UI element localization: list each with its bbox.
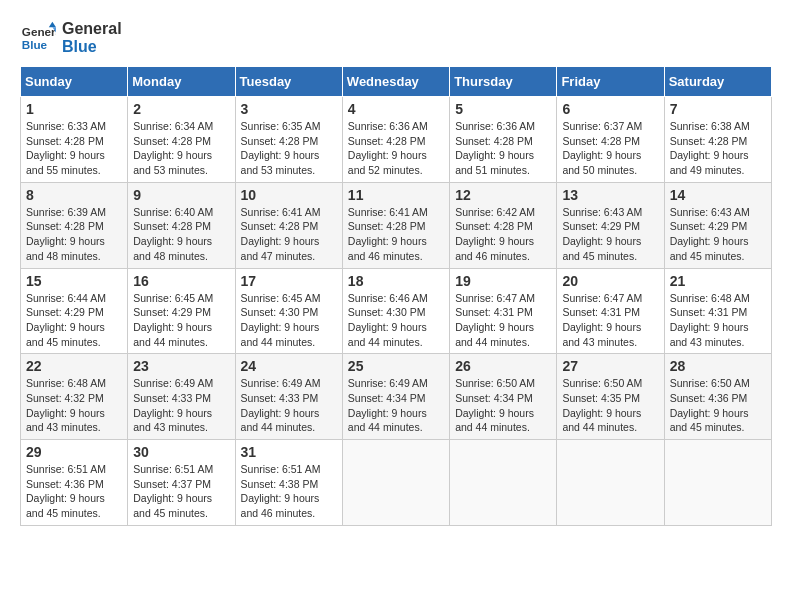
day-number: 3 bbox=[241, 101, 337, 117]
calendar-cell: 10 Sunrise: 6:41 AM Sunset: 4:28 PM Dayl… bbox=[235, 182, 342, 268]
day-info: Sunrise: 6:39 AM Sunset: 4:28 PM Dayligh… bbox=[26, 205, 122, 264]
day-number: 19 bbox=[455, 273, 551, 289]
day-info: Sunrise: 6:44 AM Sunset: 4:29 PM Dayligh… bbox=[26, 291, 122, 350]
week-row-3: 15 Sunrise: 6:44 AM Sunset: 4:29 PM Dayl… bbox=[21, 268, 772, 354]
day-number: 11 bbox=[348, 187, 444, 203]
day-number: 1 bbox=[26, 101, 122, 117]
day-number: 6 bbox=[562, 101, 658, 117]
day-info: Sunrise: 6:51 AM Sunset: 4:37 PM Dayligh… bbox=[133, 462, 229, 521]
logo-line1: General bbox=[62, 20, 122, 38]
calendar-cell: 7 Sunrise: 6:38 AM Sunset: 4:28 PM Dayli… bbox=[664, 97, 771, 183]
calendar-cell: 17 Sunrise: 6:45 AM Sunset: 4:30 PM Dayl… bbox=[235, 268, 342, 354]
day-info: Sunrise: 6:49 AM Sunset: 4:33 PM Dayligh… bbox=[133, 376, 229, 435]
day-number: 16 bbox=[133, 273, 229, 289]
calendar-cell: 1 Sunrise: 6:33 AM Sunset: 4:28 PM Dayli… bbox=[21, 97, 128, 183]
calendar-cell: 28 Sunrise: 6:50 AM Sunset: 4:36 PM Dayl… bbox=[664, 354, 771, 440]
calendar-cell: 6 Sunrise: 6:37 AM Sunset: 4:28 PM Dayli… bbox=[557, 97, 664, 183]
calendar-cell: 11 Sunrise: 6:41 AM Sunset: 4:28 PM Dayl… bbox=[342, 182, 449, 268]
day-number: 27 bbox=[562, 358, 658, 374]
day-info: Sunrise: 6:48 AM Sunset: 4:32 PM Dayligh… bbox=[26, 376, 122, 435]
calendar-cell: 20 Sunrise: 6:47 AM Sunset: 4:31 PM Dayl… bbox=[557, 268, 664, 354]
header-wednesday: Wednesday bbox=[342, 67, 449, 97]
day-number: 29 bbox=[26, 444, 122, 460]
calendar-cell: 30 Sunrise: 6:51 AM Sunset: 4:37 PM Dayl… bbox=[128, 440, 235, 526]
calendar-cell: 9 Sunrise: 6:40 AM Sunset: 4:28 PM Dayli… bbox=[128, 182, 235, 268]
calendar-cell bbox=[664, 440, 771, 526]
calendar-cell: 15 Sunrise: 6:44 AM Sunset: 4:29 PM Dayl… bbox=[21, 268, 128, 354]
day-info: Sunrise: 6:47 AM Sunset: 4:31 PM Dayligh… bbox=[562, 291, 658, 350]
day-info: Sunrise: 6:43 AM Sunset: 4:29 PM Dayligh… bbox=[670, 205, 766, 264]
header-sunday: Sunday bbox=[21, 67, 128, 97]
day-number: 26 bbox=[455, 358, 551, 374]
calendar-cell bbox=[557, 440, 664, 526]
calendar-cell: 25 Sunrise: 6:49 AM Sunset: 4:34 PM Dayl… bbox=[342, 354, 449, 440]
day-number: 31 bbox=[241, 444, 337, 460]
calendar-cell: 14 Sunrise: 6:43 AM Sunset: 4:29 PM Dayl… bbox=[664, 182, 771, 268]
day-number: 2 bbox=[133, 101, 229, 117]
calendar-cell: 3 Sunrise: 6:35 AM Sunset: 4:28 PM Dayli… bbox=[235, 97, 342, 183]
day-info: Sunrise: 6:34 AM Sunset: 4:28 PM Dayligh… bbox=[133, 119, 229, 178]
day-number: 25 bbox=[348, 358, 444, 374]
day-info: Sunrise: 6:37 AM Sunset: 4:28 PM Dayligh… bbox=[562, 119, 658, 178]
calendar-cell: 2 Sunrise: 6:34 AM Sunset: 4:28 PM Dayli… bbox=[128, 97, 235, 183]
day-number: 15 bbox=[26, 273, 122, 289]
calendar-cell: 5 Sunrise: 6:36 AM Sunset: 4:28 PM Dayli… bbox=[450, 97, 557, 183]
day-number: 10 bbox=[241, 187, 337, 203]
calendar-cell: 31 Sunrise: 6:51 AM Sunset: 4:38 PM Dayl… bbox=[235, 440, 342, 526]
day-number: 7 bbox=[670, 101, 766, 117]
day-number: 18 bbox=[348, 273, 444, 289]
day-info: Sunrise: 6:50 AM Sunset: 4:34 PM Dayligh… bbox=[455, 376, 551, 435]
day-info: Sunrise: 6:43 AM Sunset: 4:29 PM Dayligh… bbox=[562, 205, 658, 264]
calendar-cell: 24 Sunrise: 6:49 AM Sunset: 4:33 PM Dayl… bbox=[235, 354, 342, 440]
calendar-cell: 19 Sunrise: 6:47 AM Sunset: 4:31 PM Dayl… bbox=[450, 268, 557, 354]
week-row-4: 22 Sunrise: 6:48 AM Sunset: 4:32 PM Dayl… bbox=[21, 354, 772, 440]
day-info: Sunrise: 6:41 AM Sunset: 4:28 PM Dayligh… bbox=[241, 205, 337, 264]
calendar-cell: 13 Sunrise: 6:43 AM Sunset: 4:29 PM Dayl… bbox=[557, 182, 664, 268]
day-number: 21 bbox=[670, 273, 766, 289]
day-info: Sunrise: 6:45 AM Sunset: 4:29 PM Dayligh… bbox=[133, 291, 229, 350]
svg-text:Blue: Blue bbox=[22, 38, 48, 51]
day-info: Sunrise: 6:35 AM Sunset: 4:28 PM Dayligh… bbox=[241, 119, 337, 178]
logo-line2: Blue bbox=[62, 38, 122, 56]
logo: General Blue General Blue bbox=[20, 20, 122, 56]
calendar-cell: 12 Sunrise: 6:42 AM Sunset: 4:28 PM Dayl… bbox=[450, 182, 557, 268]
day-number: 17 bbox=[241, 273, 337, 289]
day-number: 28 bbox=[670, 358, 766, 374]
day-info: Sunrise: 6:36 AM Sunset: 4:28 PM Dayligh… bbox=[348, 119, 444, 178]
day-info: Sunrise: 6:41 AM Sunset: 4:28 PM Dayligh… bbox=[348, 205, 444, 264]
header-thursday: Thursday bbox=[450, 67, 557, 97]
day-info: Sunrise: 6:49 AM Sunset: 4:33 PM Dayligh… bbox=[241, 376, 337, 435]
week-row-2: 8 Sunrise: 6:39 AM Sunset: 4:28 PM Dayli… bbox=[21, 182, 772, 268]
calendar-cell: 22 Sunrise: 6:48 AM Sunset: 4:32 PM Dayl… bbox=[21, 354, 128, 440]
day-number: 9 bbox=[133, 187, 229, 203]
day-info: Sunrise: 6:33 AM Sunset: 4:28 PM Dayligh… bbox=[26, 119, 122, 178]
header-monday: Monday bbox=[128, 67, 235, 97]
header-saturday: Saturday bbox=[664, 67, 771, 97]
day-info: Sunrise: 6:47 AM Sunset: 4:31 PM Dayligh… bbox=[455, 291, 551, 350]
day-info: Sunrise: 6:51 AM Sunset: 4:38 PM Dayligh… bbox=[241, 462, 337, 521]
day-info: Sunrise: 6:50 AM Sunset: 4:36 PM Dayligh… bbox=[670, 376, 766, 435]
day-info: Sunrise: 6:49 AM Sunset: 4:34 PM Dayligh… bbox=[348, 376, 444, 435]
calendar-cell bbox=[450, 440, 557, 526]
calendar-cell: 23 Sunrise: 6:49 AM Sunset: 4:33 PM Dayl… bbox=[128, 354, 235, 440]
day-info: Sunrise: 6:36 AM Sunset: 4:28 PM Dayligh… bbox=[455, 119, 551, 178]
week-row-5: 29 Sunrise: 6:51 AM Sunset: 4:36 PM Dayl… bbox=[21, 440, 772, 526]
day-info: Sunrise: 6:50 AM Sunset: 4:35 PM Dayligh… bbox=[562, 376, 658, 435]
calendar-cell: 26 Sunrise: 6:50 AM Sunset: 4:34 PM Dayl… bbox=[450, 354, 557, 440]
day-info: Sunrise: 6:48 AM Sunset: 4:31 PM Dayligh… bbox=[670, 291, 766, 350]
header: General Blue General Blue bbox=[20, 20, 772, 56]
day-info: Sunrise: 6:42 AM Sunset: 4:28 PM Dayligh… bbox=[455, 205, 551, 264]
calendar-cell: 4 Sunrise: 6:36 AM Sunset: 4:28 PM Dayli… bbox=[342, 97, 449, 183]
day-info: Sunrise: 6:51 AM Sunset: 4:36 PM Dayligh… bbox=[26, 462, 122, 521]
day-headers-row: SundayMondayTuesdayWednesdayThursdayFrid… bbox=[21, 67, 772, 97]
day-info: Sunrise: 6:38 AM Sunset: 4:28 PM Dayligh… bbox=[670, 119, 766, 178]
day-info: Sunrise: 6:45 AM Sunset: 4:30 PM Dayligh… bbox=[241, 291, 337, 350]
day-info: Sunrise: 6:40 AM Sunset: 4:28 PM Dayligh… bbox=[133, 205, 229, 264]
day-number: 4 bbox=[348, 101, 444, 117]
day-number: 12 bbox=[455, 187, 551, 203]
day-number: 30 bbox=[133, 444, 229, 460]
calendar-cell: 16 Sunrise: 6:45 AM Sunset: 4:29 PM Dayl… bbox=[128, 268, 235, 354]
day-info: Sunrise: 6:46 AM Sunset: 4:30 PM Dayligh… bbox=[348, 291, 444, 350]
header-tuesday: Tuesday bbox=[235, 67, 342, 97]
calendar-cell: 29 Sunrise: 6:51 AM Sunset: 4:36 PM Dayl… bbox=[21, 440, 128, 526]
